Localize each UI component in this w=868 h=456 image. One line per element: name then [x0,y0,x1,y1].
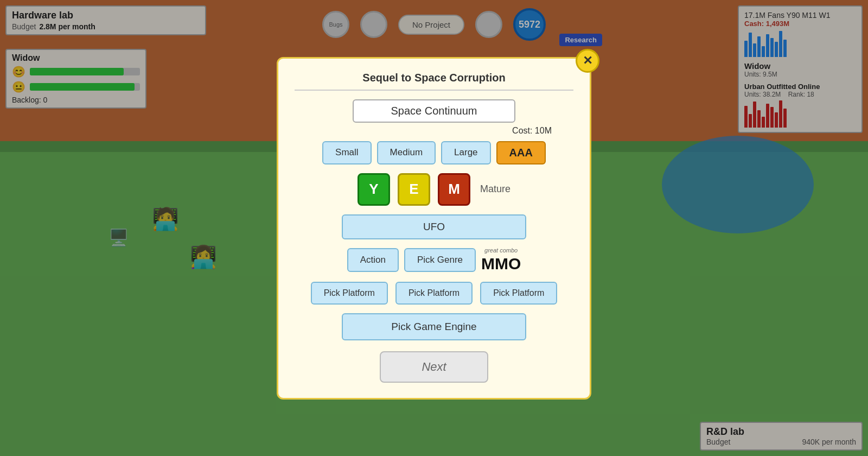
mmo-label: MMO [481,255,521,273]
genre-row: Action Pick Genre great combo MMO [295,247,573,273]
size-large-button[interactable]: Large [441,141,490,164]
next-button[interactable]: Next [380,351,488,383]
genre-combo: great combo MMO [481,247,521,273]
platform-2-button[interactable]: Pick Platform [395,282,473,305]
pick-genre-button[interactable]: Pick Genre [404,248,476,272]
size-medium-button[interactable]: Medium [377,141,436,164]
topic-button[interactable]: UFO [342,214,526,239]
action-genre-button[interactable]: Action [347,248,399,272]
cost-label: Cost: 10M [295,126,573,136]
modal-overlay: ✕ Sequel to Space Corruption Cost: 10M S… [0,0,868,456]
size-small-button[interactable]: Small [322,141,372,164]
modal-title: Sequel to Space Corruption [295,72,573,91]
close-button[interactable]: ✕ [576,49,599,73]
mature-label: Mature [480,183,510,195]
age-m-button[interactable]: M [438,173,470,206]
game-name-input[interactable] [353,99,515,123]
size-row: Small Medium Large AAA [295,141,573,164]
platform-row: Pick Platform Pick Platform Pick Platfor… [295,282,573,305]
platform-3-button[interactable]: Pick Platform [480,282,557,305]
size-aaa-button[interactable]: AAA [496,141,546,164]
platform-1-button[interactable]: Pick Platform [311,282,388,305]
age-rating-row: Y E M Mature [295,173,573,206]
engine-button[interactable]: Pick Game Engine [342,313,526,340]
age-y-button[interactable]: Y [358,173,390,206]
age-e-button[interactable]: E [398,173,430,206]
new-game-modal: ✕ Sequel to Space Corruption Cost: 10M S… [277,57,591,400]
great-combo-label: great combo [484,247,518,254]
